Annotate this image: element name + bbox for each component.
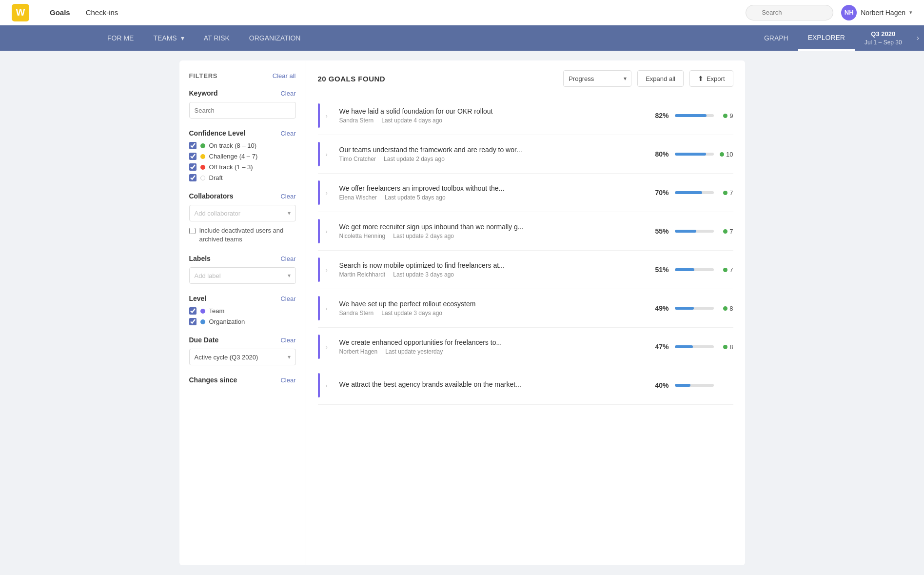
goal-title[interactable]: We have laid a solid foundation for our … bbox=[339, 107, 645, 115]
confidence-challenge-checkbox[interactable] bbox=[189, 153, 197, 160]
sub-nav-organization[interactable]: ORGANIZATION bbox=[239, 25, 311, 51]
goal-last-update: Last update 3 days ago bbox=[393, 271, 454, 278]
confidence-label: Confidence Level bbox=[189, 129, 246, 137]
on-track-dot bbox=[200, 143, 205, 148]
level-organization-checkbox[interactable] bbox=[189, 318, 197, 325]
confidence-clear-button[interactable]: Clear bbox=[280, 130, 295, 137]
goal-percent: 49% bbox=[650, 304, 669, 312]
goal-percent: 80% bbox=[650, 150, 669, 158]
sub-nav-for-me[interactable]: FOR ME bbox=[98, 25, 143, 51]
goal-expand-icon[interactable]: › bbox=[326, 189, 334, 197]
sub-nav-graph[interactable]: GRAPH bbox=[754, 25, 798, 51]
goal-meta: Norbert Hagen Last update yesterday bbox=[339, 348, 645, 355]
goal-expand-icon[interactable]: › bbox=[326, 382, 334, 389]
confidence-draft-checkbox[interactable] bbox=[189, 174, 197, 181]
goal-title[interactable]: We attract the best agency brands availa… bbox=[339, 380, 645, 388]
due-date-dropdown[interactable]: Active cycle (Q3 2020) ▾ bbox=[189, 349, 296, 365]
export-button[interactable]: ⬆ Export bbox=[689, 70, 733, 87]
goal-info: We offer freelancers an improved toolbox… bbox=[339, 184, 645, 201]
goal-title[interactable]: Our teams understand the framework and a… bbox=[339, 146, 645, 154]
goal-title[interactable]: We get more recruiter sign ups inbound t… bbox=[339, 223, 645, 231]
clear-all-button[interactable]: Clear all bbox=[273, 72, 296, 79]
keyword-input[interactable] bbox=[189, 102, 296, 119]
keyword-input-wrap bbox=[189, 102, 296, 119]
cycle-info: Q3 2020 Jul 1 – Sep 30 bbox=[855, 30, 912, 47]
collaborators-clear-button[interactable]: Clear bbox=[280, 193, 295, 200]
goal-expand-icon[interactable]: › bbox=[326, 266, 334, 274]
goal-expand-icon[interactable]: › bbox=[326, 112, 334, 119]
goal-bar bbox=[318, 219, 320, 243]
goal-bar bbox=[318, 258, 320, 282]
include-deactivated-label: Include deactivated users and archived t… bbox=[199, 226, 296, 244]
goal-right: 82% 9 bbox=[650, 112, 733, 119]
due-date-clear-button[interactable]: Clear bbox=[280, 337, 295, 344]
expand-all-button[interactable]: Expand all bbox=[637, 70, 684, 87]
goal-last-update: Last update 2 days ago bbox=[384, 156, 445, 162]
sub-nav-teams[interactable]: TEAMS ▾ bbox=[143, 25, 194, 51]
confidence-off-track-checkbox[interactable] bbox=[189, 163, 197, 171]
include-deactivated-checkbox[interactable] bbox=[189, 227, 196, 235]
goal-meta: Martin Reichhardt Last update 3 days ago bbox=[339, 271, 645, 278]
goal-percent: 82% bbox=[650, 112, 669, 119]
level-organization: Organization bbox=[189, 318, 296, 325]
goal-progress-fill bbox=[675, 345, 693, 348]
confidence-on-track-checkbox[interactable] bbox=[189, 142, 197, 149]
cycle-next-icon[interactable]: › bbox=[912, 34, 924, 42]
nav-checkins[interactable]: Check-ins bbox=[79, 5, 125, 20]
search-input[interactable] bbox=[746, 5, 833, 20]
collaborator-dropdown[interactable]: Add collaborator ▾ bbox=[189, 205, 296, 221]
goal-item: › We get more recruiter sign ups inbound… bbox=[318, 212, 733, 251]
team-dot bbox=[200, 309, 205, 314]
search-wrap: 🔍 bbox=[746, 5, 833, 20]
goal-count: 10 bbox=[720, 151, 733, 158]
status-dot bbox=[723, 268, 727, 272]
changes-since-header: Changes since Clear bbox=[189, 376, 296, 384]
level-clear-button[interactable]: Clear bbox=[280, 295, 295, 302]
changes-since-clear-button[interactable]: Clear bbox=[280, 377, 295, 384]
goal-item: › We offer freelancers an improved toolb… bbox=[318, 174, 733, 212]
goal-owner: Elena Wischer bbox=[339, 194, 377, 201]
chevron-down-icon: ▾ bbox=[288, 210, 291, 217]
sub-nav: FOR ME TEAMS ▾ AT RISK ORGANIZATION GRAP… bbox=[0, 25, 924, 51]
keyword-header: Keyword Clear bbox=[189, 89, 296, 97]
goal-percent: 51% bbox=[650, 266, 669, 274]
sub-nav-explorer[interactable]: EXPLORER bbox=[798, 25, 855, 51]
app-logo[interactable]: W bbox=[12, 4, 29, 21]
level-team-checkbox[interactable] bbox=[189, 307, 197, 315]
goal-expand-icon[interactable]: › bbox=[326, 151, 334, 158]
label-dropdown[interactable]: Add label ▾ bbox=[189, 267, 296, 284]
count-value: 9 bbox=[729, 112, 733, 119]
goal-bar bbox=[318, 296, 320, 320]
goal-info: We have set up the perfect rollout ecosy… bbox=[339, 300, 645, 317]
level-header: Level Clear bbox=[189, 295, 296, 302]
goal-title[interactable]: We have set up the perfect rollout ecosy… bbox=[339, 300, 645, 308]
goal-item: › We have laid a solid foundation for ou… bbox=[318, 97, 733, 135]
user-menu[interactable]: NH Norbert Hagen ▾ bbox=[841, 5, 912, 20]
goal-owner: Sandra Stern bbox=[339, 117, 374, 124]
labels-clear-button[interactable]: Clear bbox=[280, 255, 295, 262]
goal-percent: 47% bbox=[650, 343, 669, 351]
goal-info: We attract the best agency brands availa… bbox=[339, 380, 645, 390]
status-dot bbox=[723, 345, 727, 349]
goal-owner: Sandra Stern bbox=[339, 310, 374, 317]
goal-expand-icon[interactable]: › bbox=[326, 343, 334, 351]
sub-nav-at-risk[interactable]: AT RISK bbox=[194, 25, 239, 51]
goal-title[interactable]: Search is now mobile optimized to find f… bbox=[339, 261, 645, 269]
keyword-clear-button[interactable]: Clear bbox=[280, 90, 295, 97]
goal-title[interactable]: We create enhanced opportunities for fre… bbox=[339, 338, 645, 346]
goal-progress-fill bbox=[675, 230, 696, 233]
nav-goals[interactable]: Goals bbox=[43, 5, 77, 20]
off-track-dot bbox=[200, 165, 205, 170]
goal-count: 7 bbox=[720, 228, 733, 235]
on-track-label: On track (8 – 10) bbox=[209, 142, 257, 149]
sort-select[interactable]: Progress bbox=[563, 70, 631, 87]
goal-expand-icon[interactable]: › bbox=[326, 228, 334, 235]
goal-meta: Timo Cratcher Last update 2 days ago bbox=[339, 156, 645, 162]
goal-count: 8 bbox=[720, 343, 733, 351]
avatar: NH bbox=[841, 5, 857, 20]
status-dot bbox=[720, 152, 724, 157]
goal-title[interactable]: We offer freelancers an improved toolbox… bbox=[339, 184, 645, 192]
goal-progress-bar bbox=[675, 191, 714, 194]
goal-expand-icon[interactable]: › bbox=[326, 305, 334, 312]
filter-header: FILTERS Clear all bbox=[189, 72, 296, 79]
